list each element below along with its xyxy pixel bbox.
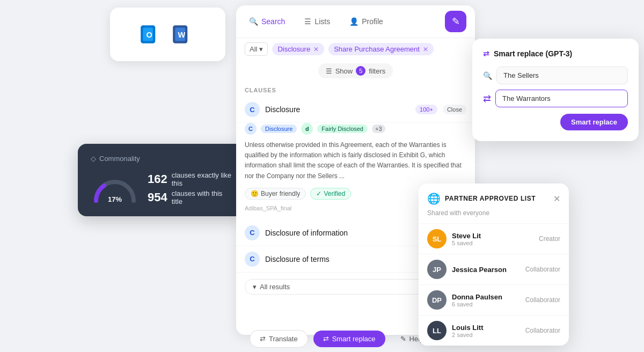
sub-clause-row: C Disclosure d Fairly Disclosed +3 (245, 123, 466, 135)
gauge-chart: 17% (91, 174, 139, 203)
popup-button-row: Smart replace (483, 114, 628, 130)
smart-replace-submit-button[interactable]: Smart replace (560, 114, 628, 130)
search-replace-input[interactable] (496, 67, 628, 84)
member-role: Collaborator (525, 327, 560, 334)
clause-text-content: Unless otherwise provided in this Agreem… (245, 137, 466, 185)
panel-nav: 🔍 Search ☰ Lists 👤 Profile ✎ (236, 5, 475, 38)
show-filters-row: ☰ Show 5 filters (236, 60, 475, 82)
member-avatar: SL (427, 229, 447, 248)
chevron-down-icon: ▾ (259, 45, 263, 53)
partner-member: DP Donna Paulsen 6 saved Collaborator (419, 284, 569, 315)
office-apps-card: O W (110, 8, 225, 61)
partner-member: LL Louis Litt 2 saved Collaborator (419, 315, 569, 346)
nav-lists[interactable]: ☰ Lists (300, 14, 334, 29)
remove-spa-filter[interactable]: ✕ (423, 46, 428, 53)
filter-tag-disclosure: Disclosure ✕ (272, 43, 324, 55)
smart-replace-button[interactable]: ⇄ Smart replace (313, 331, 385, 347)
filters-row: All ▾ Disclosure ✕ Share Purchase Agreem… (236, 38, 475, 60)
translate-button[interactable]: ⇄ Translate (250, 330, 308, 348)
smart-replace-icon: ⇄ (323, 335, 329, 343)
nav-search[interactable]: 🔍 Search (245, 14, 289, 29)
diamond-icon: ◇ (91, 155, 96, 163)
commonality-card: ◇ Commonality 17% 162 clauses exactly li… (78, 144, 244, 216)
member-saved: 6 saved (452, 301, 520, 307)
clause-badge-count: 100+ (415, 105, 437, 114)
member-saved: 5 saved (452, 240, 533, 246)
show-filters-button[interactable]: ☰ Show 5 filters (318, 63, 393, 78)
member-avatar: DP (427, 290, 447, 310)
filter-all-dropdown[interactable]: All ▾ (245, 42, 268, 56)
filter-tag-spa: Share Purchase Agreement ✕ (328, 43, 434, 55)
replace-input-row: ⇄ (483, 90, 628, 107)
gauge-percent-label: 17% (108, 195, 122, 203)
member-avatar: JP (427, 260, 447, 279)
clause-letter-c2: C (245, 225, 260, 240)
clauses-header: CLAUSES (236, 82, 475, 97)
compose-button[interactable]: ✎ (445, 11, 466, 32)
search-input-row: 🔍 (483, 67, 628, 84)
member-saved: 2 saved (452, 332, 520, 338)
word-icon: W (171, 21, 197, 48)
svg-text:O: O (146, 31, 152, 39)
check-icon: ✓ (316, 190, 321, 197)
member-info: Donna Paulsen 6 saved (452, 293, 520, 307)
partner-approved-list-popup: 🌐 PARTNER APPROVED LIST ✕ Shared with ev… (419, 184, 569, 346)
commonality-stats: 162 clauses exactly like this 954 clause… (148, 171, 231, 206)
profile-icon: 👤 (349, 17, 358, 26)
member-name: Steve Lit (452, 232, 533, 240)
search-icon: 🔍 (249, 17, 258, 26)
partner-member: SL Steve Lit 5 saved Creator (419, 223, 569, 254)
member-avatar: LL (427, 321, 447, 340)
svg-text:W: W (178, 31, 185, 39)
clause-letter-c: C (245, 102, 260, 117)
lists-icon: ☰ (304, 17, 311, 26)
partner-shared-label: Shared with everyone (419, 209, 569, 223)
filter-lines-icon: ☰ (326, 67, 332, 75)
remove-disclosure-filter[interactable]: ✕ (313, 46, 319, 53)
sub-plus-badge: +3 (372, 124, 385, 133)
outlook-icon: O (138, 21, 165, 48)
pencil-icon: ✎ (400, 335, 406, 343)
member-name: Donna Paulsen (452, 293, 520, 301)
member-role: Collaborator (525, 266, 560, 273)
verified-tag: ✓ Verified (310, 188, 351, 200)
partner-members-list: SL Steve Lit 5 saved Creator JP Jessica … (419, 223, 569, 346)
compose-icon: ✎ (452, 16, 460, 27)
partner-popup-close-button[interactable]: ✕ (553, 194, 560, 204)
buyer-friendly-tag: 🙂 Buyer friendly (245, 188, 306, 200)
commonality-title: ◇ Commonality (91, 155, 231, 163)
member-name: Louis Litt (452, 324, 520, 332)
swap-icon: ⇄ (483, 93, 491, 105)
sub-badge-fairly-disclosed: Fairly Disclosed (317, 124, 368, 133)
globe-icon: 🌐 (427, 192, 441, 205)
translate-icon: ⇄ (260, 335, 266, 343)
member-role: Creator (539, 235, 560, 243)
partner-member: JP Jessica Pearson Collaborator (419, 254, 569, 284)
popup-title: ⇄ Smart replace (GPT-3) (483, 49, 628, 58)
member-name: Jessica Pearson (452, 266, 520, 274)
sub-letter-c: C (245, 123, 257, 135)
sub-badge-disclosure: Disclosure (261, 124, 297, 133)
replace-with-input[interactable] (495, 90, 628, 107)
member-info: Steve Lit 5 saved (452, 232, 533, 246)
clause-close-badge: Close (443, 105, 466, 114)
clause-item-disclosure[interactable]: C Disclosure 100+ Close (236, 97, 475, 123)
member-info: Louis Litt 2 saved (452, 324, 520, 338)
smiley-icon: 🙂 (251, 190, 259, 197)
nav-profile[interactable]: 👤 Profile (345, 14, 387, 29)
partner-popup-header: 🌐 PARTNER APPROVED LIST ✕ (419, 184, 569, 209)
smart-replace-popup: ⇄ Smart replace (GPT-3) 🔍 ⇄ Smart replac… (472, 39, 639, 141)
member-role: Collaborator (525, 296, 560, 304)
search-input-icon: 🔍 (483, 71, 492, 80)
chevron-down-icon2: ▾ (253, 283, 257, 291)
smart-replace-popup-icon: ⇄ (483, 49, 489, 58)
clause-letter-c3: C (245, 252, 260, 267)
member-info: Jessica Pearson (452, 266, 520, 274)
sub-letter-d: d (301, 123, 313, 135)
